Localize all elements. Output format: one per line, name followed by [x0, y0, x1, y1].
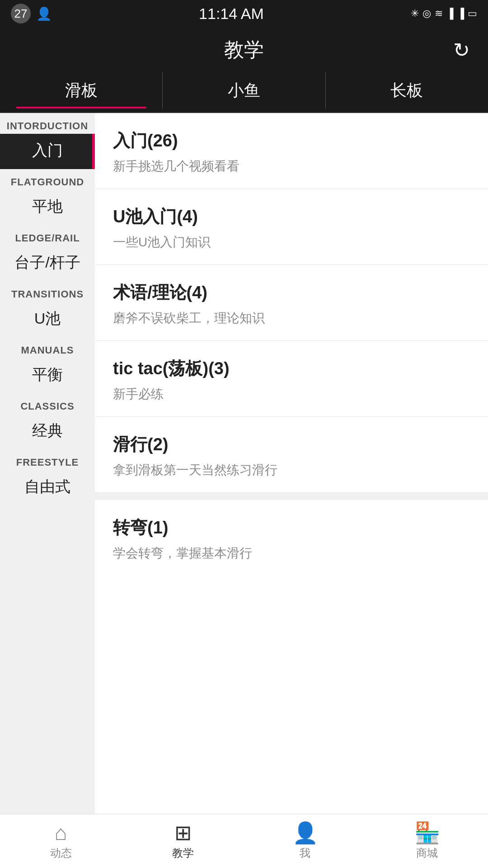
tab-skateboard[interactable]: 滑板 — [0, 72, 163, 108]
content-list: 入门(26) 新手挑选几个视频看看 U池入门(4) 一些U池入门知识 术语/理论… — [95, 113, 488, 814]
content-item-tictac-desc: 新手必练 — [113, 386, 470, 403]
sidebar-group-freestyle: FREESTYLE 自由式 — [0, 449, 95, 505]
tab-longboard-label: 长板 — [390, 80, 423, 102]
content-item-turning-title: 转弯(1) — [113, 516, 470, 539]
alarm-icon: ◎ — [422, 8, 431, 19]
sidebar-group-flatground: FLATGROUND 平地 — [0, 169, 95, 225]
grid-icon: ⊞ — [174, 822, 192, 843]
refresh-button[interactable]: ↻ — [453, 38, 470, 61]
sidebar: INTORDUCTION 入门 FLATGROUND 平地 LEDGE/RAIL… — [0, 113, 95, 814]
signal2-icon: ▐ — [457, 8, 464, 19]
home-icon: ⌂ — [55, 822, 67, 843]
header-title: 教学 — [224, 37, 264, 63]
content-item-turning[interactable]: 转弯(1) 学会转弯，掌握基本滑行 — [95, 500, 488, 576]
sidebar-item-manuals[interactable]: 平衡 — [0, 358, 95, 393]
content-item-intro-desc: 新手挑选几个视频看看 — [113, 158, 470, 175]
status-time: 11:14 AM — [52, 5, 411, 23]
sidebar-category-introduction: INTORDUCTION — [0, 113, 95, 134]
battery-icon: ▭ — [468, 8, 477, 19]
nav-item-profile[interactable]: 👤 我 — [244, 822, 366, 860]
sidebar-group-classics: CLASSICS 经典 — [0, 393, 95, 449]
nav-shop-label: 商城 — [416, 846, 438, 860]
content-item-sliding-desc: 拿到滑板第一天当然练习滑行 — [113, 462, 470, 479]
status-bar: 27 👤 11:14 AM ✳ ◎ ≋ ▐ ▐ ▭ — [0, 0, 488, 27]
status-icons: ✳ ◎ ≋ ▐ ▐ ▭ — [411, 8, 477, 19]
sidebar-group-transitions: TRANSITIONS U池 — [0, 281, 95, 337]
content-item-intro[interactable]: 入门(26) 新手挑选几个视频看看 — [95, 113, 488, 189]
sidebar-category-freestyle: FREESTYLE — [0, 449, 95, 470]
sidebar-category-transitions: TRANSITIONS — [0, 281, 95, 302]
content-item-upool-title: U池入门(4) — [113, 205, 470, 228]
content-item-sliding-title: 滑行(2) — [113, 433, 470, 456]
tab-longboard[interactable]: 长板 — [326, 72, 488, 108]
tabs-bar: 滑板 小鱼 长板 — [0, 72, 488, 113]
sidebar-item-introduction[interactable]: 入门 — [0, 134, 95, 169]
content-separator — [95, 493, 488, 500]
tab-skateboard-label: 滑板 — [65, 80, 98, 102]
shop-icon: 🏪 — [414, 822, 440, 843]
nav-tutorial-label: 教学 — [172, 846, 194, 860]
content-item-tictac-title: tic tac(荡板)(3) — [113, 357, 470, 380]
notification-count: 27 — [11, 4, 31, 24]
bluetooth-icon: ✳ — [411, 8, 419, 19]
signal1-icon: ▐ — [446, 8, 454, 19]
content-item-upool-desc: 一些U池入门知识 — [113, 234, 470, 251]
sidebar-item-classics[interactable]: 经典 — [0, 414, 95, 449]
content-item-sliding[interactable]: 滑行(2) 拿到滑板第一天当然练习滑行 — [95, 417, 488, 493]
sidebar-item-flatground[interactable]: 平地 — [0, 190, 95, 225]
sidebar-category-ledge: LEDGE/RAIL — [0, 225, 95, 246]
sidebar-item-ledge[interactable]: 台子/杆子 — [0, 246, 95, 281]
sidebar-group-introduction: INTORDUCTION 入门 — [0, 113, 95, 169]
nav-item-shop[interactable]: 🏪 商城 — [366, 822, 488, 860]
app-header: 教学 ↻ — [0, 27, 488, 72]
wifi-icon: ≋ — [435, 8, 443, 19]
content-item-turning-desc: 学会转弯，掌握基本滑行 — [113, 545, 470, 562]
nav-feed-label: 动态 — [50, 846, 72, 860]
nav-item-tutorial[interactable]: ⊞ 教学 — [122, 822, 244, 860]
tab-penny-label: 小鱼 — [228, 80, 260, 102]
main-content: INTORDUCTION 入门 FLATGROUND 平地 LEDGE/RAIL… — [0, 113, 488, 814]
sidebar-group-manuals: MANUALS 平衡 — [0, 337, 95, 393]
bottom-nav: ⌂ 动态 ⊞ 教学 👤 我 🏪 商城 — [0, 814, 488, 868]
sidebar-item-transitions[interactable]: U池 — [0, 302, 95, 337]
status-left: 27 👤 — [11, 4, 52, 24]
content-item-upool[interactable]: U池入门(4) 一些U池入门知识 — [95, 189, 488, 265]
sidebar-group-ledge: LEDGE/RAIL 台子/杆子 — [0, 225, 95, 281]
tab-penny[interactable]: 小鱼 — [163, 72, 325, 108]
content-item-tictac[interactable]: tic tac(荡板)(3) 新手必练 — [95, 341, 488, 417]
nav-item-feed[interactable]: ⌂ 动态 — [0, 822, 122, 860]
content-item-terminology-desc: 磨斧不误砍柴工，理论知识 — [113, 310, 470, 327]
nav-profile-label: 我 — [300, 846, 310, 860]
user-icon: 👤 — [292, 822, 318, 843]
profile-icon: 👤 — [36, 6, 52, 21]
content-item-intro-title: 入门(26) — [113, 129, 470, 152]
content-item-terminology[interactable]: 术语/理论(4) 磨斧不误砍柴工，理论知识 — [95, 265, 488, 341]
sidebar-item-freestyle[interactable]: 自由式 — [0, 470, 95, 505]
sidebar-category-manuals: MANUALS — [0, 337, 95, 358]
sidebar-category-flatground: FLATGROUND — [0, 169, 95, 190]
sidebar-category-classics: CLASSICS — [0, 393, 95, 414]
content-item-terminology-title: 术语/理论(4) — [113, 281, 470, 304]
